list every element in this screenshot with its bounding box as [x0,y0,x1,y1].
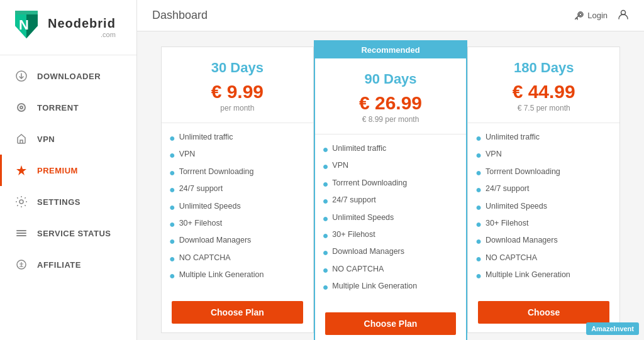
logo-icon: N [10,8,43,47]
user-icon[interactable] [618,9,629,23]
topbar: Dashboard Login [137,0,644,31]
sidebar-affiliate-label: AFFILIATE [37,260,81,270]
plan-180-days: 180 Days [478,60,609,76]
user-avatar-icon [618,9,629,20]
feature-item: ●VPN [475,149,612,162]
feature-item: ●Torrrent Downloading [475,167,612,180]
plan-90-amount: 26.99 [375,92,422,113]
feature-item: ●30+ Filehost [323,229,459,243]
feature-item: ●VPN [323,160,459,173]
bullet-icon: ● [323,229,329,243]
feature-item: ●Torrrent Downloading [323,178,459,191]
feature-item: ●Torrrent Downloading [169,167,306,180]
plan-180-card: 180 Days € 44.99 € 7.5 per month ●Unlimi… [467,47,620,333]
feature-item: ●NO CAPTCHA [475,253,612,266]
bullet-icon: ● [169,269,175,283]
plan-30-features: ●Unlimited traffic ●VPN ●Torrrent Downlo… [162,123,313,295]
bullet-icon: ● [323,160,329,173]
bullet-icon: ● [169,200,175,214]
sidebar-item-affiliate[interactable]: AFFILIATE [0,249,136,280]
logo-area: N Neodebrid .com [0,0,136,55]
feature-item: ●Unlimited Speeds [323,212,459,226]
bullet-icon: ● [475,131,482,145]
plan-30-amount: 9.99 [227,81,264,102]
plan-30-card: 30 Days € 9.99 per month ●Unlimited traf… [161,47,314,333]
feature-item: ●Download Managers [475,235,612,248]
watermark: AmazeInvent [586,322,639,335]
plan-180-price: € 44.99 [478,81,609,102]
feature-item: ●Unlimited Speeds [475,201,612,214]
downloader-icon [14,69,28,83]
vpn-icon [14,132,28,146]
sidebar-item-premium[interactable]: PREMIUM [0,155,136,186]
bullet-icon: ● [475,166,482,180]
bullet-icon: ● [323,143,329,156]
recommended-badge: Recommended [315,41,467,58]
plan-180-features: ●Unlimited traffic ●VPN ●Torrrent Downlo… [468,123,619,295]
topbar-actions: Login [575,9,629,23]
plan-90-choose-button[interactable]: Choose Plan [325,312,457,335]
login-button[interactable]: Login [575,11,608,20]
bullet-icon: ● [475,200,482,214]
plan-90-footer: Choose Plan [315,306,467,340]
feature-item: ●24/7 support [169,184,306,197]
bullet-icon: ● [475,217,482,231]
bullet-icon: ● [475,183,482,197]
bullet-icon: ● [475,234,482,248]
sidebar-item-downloader[interactable]: DOWNLOADER [0,60,136,92]
plan-90-body: 90 Days € 26.99 € 8.99 per month [315,58,467,134]
plan-30-per-month: per month [172,104,303,112]
feature-item: ●NO CAPTCHA [169,253,306,266]
sidebar-nav: DOWNLOADER TORRENT VPN PREMIUM SETTINGS [0,55,136,280]
svg-rect-7 [16,233,26,234]
feature-item: ●30+ Filehost [169,218,306,231]
bullet-icon: ● [169,252,175,266]
bullet-icon: ● [475,252,482,266]
sidebar-item-vpn[interactable]: VPN [0,123,136,155]
bullet-icon: ● [323,263,329,277]
sidebar-item-service-status[interactable]: SERVICE STATUS [0,217,136,249]
svg-rect-6 [16,230,26,231]
plan-90-days: 90 Days [325,71,457,87]
logo-name: Neodebrid [48,16,116,31]
bullet-icon: ● [323,177,329,191]
feature-item: ●30+ Filehost [475,218,612,231]
logo-text: Neodebrid .com [48,16,116,38]
sidebar-torrent-label: TORRENT [37,103,79,112]
bullet-icon: ● [323,280,329,294]
sidebar-item-settings[interactable]: SETTINGS [0,186,136,217]
bullet-icon: ● [169,217,175,231]
plan-90-price: € 26.99 [325,92,457,114]
feature-item: ●Download Managers [169,235,306,248]
plan-90-subprice: € 8.99 per month [325,115,457,124]
bullet-icon: ● [169,166,175,180]
sidebar-item-torrent[interactable]: TORRENT [0,92,136,123]
feature-item: ●Unlimited traffic [475,132,612,145]
key-icon [575,11,584,20]
plan-90-card: Recommended 90 Days € 26.99 € 8.99 per m… [314,40,468,340]
affiliate-icon [14,258,28,271]
sidebar-vpn-label: VPN [37,134,55,144]
plan-180-currency: € [513,81,523,102]
plan-30-choose-button[interactable]: Choose Plan [172,301,303,324]
sidebar-service-status-label: SERVICE STATUS [37,229,111,238]
service-status-icon [14,226,28,240]
plan-90-features: ●Unlimited traffic ●VPN ●Torrrent Downlo… [315,134,467,306]
pricing-container: 30 Days € 9.99 per month ●Unlimited traf… [161,47,620,340]
plan-30-days: 30 Days [172,60,303,76]
login-label: Login [587,11,608,20]
torrent-icon [14,101,28,114]
bullet-icon: ● [323,212,329,226]
plan-180-choose-button[interactable]: Choose [478,301,609,324]
plan-30-body: 30 Days € 9.99 per month [162,47,313,123]
feature-item: ●Unlimited Speeds [169,201,306,214]
bullet-icon: ● [169,148,175,162]
sidebar-settings-label: SETTINGS [37,197,80,207]
plan-30-price: € 9.99 [172,81,303,102]
plan-90-currency: € [359,92,370,113]
svg-rect-8 [16,235,26,236]
page-title: Dashboard [152,9,208,22]
feature-item: ●Download Managers [323,246,459,260]
logo-subtitle: .com [48,31,116,38]
sidebar: N Neodebrid .com DOWNLOADER TORRENT VPN [0,0,137,340]
